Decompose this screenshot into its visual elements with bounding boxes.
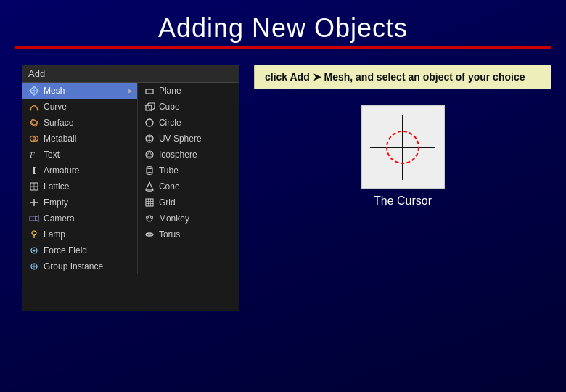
menu-item-uv-sphere-label: UV Sphere xyxy=(159,134,202,144)
empty-icon xyxy=(28,197,40,208)
tube-icon xyxy=(144,165,155,176)
right-content: click Add ➤ Mesh, and select an object o… xyxy=(254,65,551,311)
svg-rect-44 xyxy=(146,199,153,206)
instruction-box: click Add ➤ Mesh, and select an object o… xyxy=(254,65,551,89)
armature-icon xyxy=(28,165,40,176)
menu-item-curve[interactable]: Curve xyxy=(22,99,137,115)
menu-item-empty[interactable]: Empty xyxy=(22,195,137,211)
menu-item-text-label: Text xyxy=(44,150,60,160)
cursor-svg xyxy=(366,111,439,184)
menu-item-armature-label: Armature xyxy=(44,166,79,176)
uv-sphere-icon xyxy=(144,133,155,144)
menu-item-grid-label: Grid xyxy=(159,197,176,208)
lamp-icon xyxy=(28,229,40,240)
menu-item-cube-label: Cube xyxy=(159,102,180,112)
main-content: Add Mesh Curve xyxy=(0,54,566,319)
metaball-icon xyxy=(28,133,40,144)
menu-item-icosphere[interactable]: Icosphere xyxy=(138,147,239,163)
menu-item-force-field-label: Force Field xyxy=(44,245,87,256)
menu-header: Add xyxy=(22,65,239,83)
menu-item-tube[interactable]: Tube xyxy=(138,163,239,179)
menu-item-icosphere-label: Icosphere xyxy=(159,150,197,160)
menu-item-monkey[interactable]: Monkey xyxy=(138,211,239,226)
menu-item-surface-label: Surface xyxy=(44,118,73,128)
svg-point-32 xyxy=(146,119,153,126)
svg-text:F: F xyxy=(29,150,35,159)
svg-marker-12 xyxy=(33,172,36,174)
menu-item-cone[interactable]: Cone xyxy=(138,179,239,195)
svg-point-39 xyxy=(147,173,152,175)
cube-icon xyxy=(144,101,155,113)
menu-item-metaball[interactable]: Metaball xyxy=(22,131,137,147)
menu-item-circle-label: Circle xyxy=(159,118,181,128)
menu-item-force-field[interactable]: Force Field xyxy=(22,242,137,258)
menu-columns: Mesh Curve Surface xyxy=(22,83,239,274)
menu-item-camera-label: Camera xyxy=(44,213,75,224)
title-area: Adding New Objects xyxy=(0,0,566,54)
menu-item-lamp[interactable]: Lamp xyxy=(22,226,137,242)
svg-point-53 xyxy=(147,234,151,235)
mesh-icon xyxy=(28,85,40,97)
svg-marker-11 xyxy=(33,167,36,169)
menu-item-armature[interactable]: Armature xyxy=(22,163,137,179)
svg-point-49 xyxy=(147,216,152,221)
lattice-icon xyxy=(28,181,40,192)
menu-item-plane[interactable]: Plane xyxy=(138,83,239,99)
cursor-label: The Cursor xyxy=(374,195,432,208)
svg-point-23 xyxy=(33,250,36,252)
menu-item-surface[interactable]: Surface xyxy=(22,115,137,131)
surface-icon xyxy=(28,117,40,128)
curve-icon xyxy=(28,101,40,113)
camera-icon xyxy=(28,213,40,224)
page-title: Adding New Objects xyxy=(0,13,566,44)
menu-item-monkey-label: Monkey xyxy=(159,213,189,224)
title-divider xyxy=(15,46,551,49)
svg-point-20 xyxy=(32,231,36,235)
menu-item-lattice[interactable]: Lattice xyxy=(22,179,137,195)
menu-item-mesh-label: Mesh xyxy=(44,86,65,96)
monkey-icon xyxy=(144,213,155,224)
menu-item-empty-label: Empty xyxy=(44,197,68,208)
torus-icon xyxy=(144,229,155,240)
menu-item-text[interactable]: F Text xyxy=(22,147,137,163)
cone-icon xyxy=(144,181,155,192)
menu-item-uv-sphere[interactable]: UV Sphere xyxy=(138,131,239,147)
cursor-area: The Cursor xyxy=(254,105,551,208)
circle-icon xyxy=(144,117,155,128)
grid-icon xyxy=(144,197,155,208)
menu-item-curve-label: Curve xyxy=(44,102,67,112)
menu-item-tube-label: Tube xyxy=(159,166,179,176)
menu-col-right: Plane Cube Circle xyxy=(138,83,239,274)
svg-marker-19 xyxy=(36,216,38,221)
menu-item-grid[interactable]: Grid xyxy=(138,195,239,211)
cursor-image xyxy=(361,105,445,189)
plane-icon xyxy=(144,85,155,97)
svg-rect-18 xyxy=(30,216,36,221)
menu-item-circle[interactable]: Circle xyxy=(138,115,239,131)
menu-item-metaball-label: Metaball xyxy=(44,134,76,144)
svg-point-38 xyxy=(147,167,152,169)
menu-item-camera[interactable]: Camera xyxy=(22,211,137,226)
svg-rect-27 xyxy=(146,89,153,94)
menu-item-mesh[interactable]: Mesh xyxy=(22,83,137,99)
menu-item-torus-label: Torus xyxy=(159,229,180,240)
menu-item-cone-label: Cone xyxy=(159,181,180,192)
menu-item-cube[interactable]: Cube xyxy=(138,99,239,115)
menu-item-lattice-label: Lattice xyxy=(44,181,69,192)
menu-col-left: Mesh Curve Surface xyxy=(22,83,138,274)
svg-point-6 xyxy=(30,118,38,127)
menu-item-torus[interactable]: Torus xyxy=(138,226,239,242)
svg-point-4 xyxy=(37,109,39,111)
menu-item-group-instance-label: Group Instance xyxy=(44,261,103,271)
menu-item-lamp-label: Lamp xyxy=(44,229,65,240)
svg-point-36 xyxy=(146,151,153,158)
icosphere-icon xyxy=(144,149,155,160)
menu-panel: Add Mesh Curve xyxy=(22,65,239,311)
menu-item-plane-label: Plane xyxy=(159,86,181,96)
force-field-icon xyxy=(28,245,40,256)
group-instance-icon xyxy=(28,261,40,272)
text-icon: F xyxy=(28,149,40,160)
svg-point-3 xyxy=(30,109,32,111)
menu-item-group-instance[interactable]: Group Instance xyxy=(22,258,137,274)
